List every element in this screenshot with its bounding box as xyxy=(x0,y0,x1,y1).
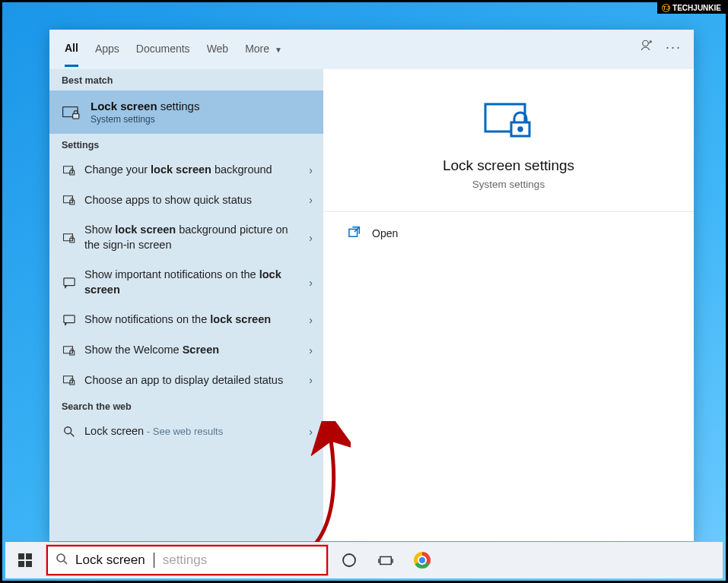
task-view-button[interactable] xyxy=(370,553,401,568)
search-icon xyxy=(56,553,68,568)
svg-rect-26 xyxy=(380,556,392,564)
section-web: Search the web xyxy=(49,395,323,417)
svg-point-15 xyxy=(65,427,72,434)
lock-screen-icon xyxy=(62,105,81,120)
action-open-label: Open xyxy=(372,227,398,239)
text-cursor xyxy=(154,553,154,568)
settings-row-text: Choose apps to show quick status xyxy=(84,193,301,208)
svg-rect-23 xyxy=(26,561,32,567)
chevron-right-icon: › xyxy=(309,164,313,176)
search-suggestion-ghost: settings xyxy=(163,553,208,568)
preview-header: Lock screen settings System settings xyxy=(323,69,694,212)
settings-row-icon xyxy=(62,164,77,176)
tab-more[interactable]: More ▼ xyxy=(245,43,282,65)
tab-apps[interactable]: Apps xyxy=(95,43,119,65)
settings-row-text: Change your lock screen background xyxy=(84,163,301,178)
settings-results-list: Change your lock screen background›Choos… xyxy=(49,155,323,395)
search-icon xyxy=(62,426,77,438)
cortana-button[interactable] xyxy=(334,553,364,568)
settings-result-row[interactable]: Change your lock screen background› xyxy=(49,155,323,185)
search-flyout: All Apps Documents Web More ▼ ··· Best m… xyxy=(49,30,694,541)
web-results-list: Lock screen - See web results› xyxy=(49,417,323,447)
settings-row-text: Show notifications on the lock screen xyxy=(84,312,301,328)
chevron-down-icon: ▼ xyxy=(275,46,282,54)
start-button[interactable] xyxy=(10,545,40,575)
open-icon xyxy=(348,226,361,240)
best-match-result[interactable]: Lock screen settings System settings xyxy=(49,90,323,134)
chevron-right-icon: › xyxy=(309,232,313,244)
settings-row-text: Show important notifications on the lock… xyxy=(84,268,301,297)
settings-row-icon xyxy=(62,344,77,356)
lock-screen-large-icon xyxy=(482,100,536,142)
tab-web[interactable]: Web xyxy=(207,43,229,65)
preview-subtitle: System settings xyxy=(472,179,545,190)
settings-result-row[interactable]: Show the Welcome Screen› xyxy=(49,335,323,366)
tab-documents[interactable]: Documents xyxy=(136,43,190,65)
settings-row-text: Show the Welcome Screen xyxy=(84,343,301,358)
chevron-right-icon: › xyxy=(309,314,313,326)
tab-more-label: More xyxy=(245,43,269,55)
settings-row-icon xyxy=(62,277,77,289)
chevron-right-icon: › xyxy=(309,344,313,356)
chrome-icon xyxy=(414,552,431,569)
more-options-icon[interactable]: ··· xyxy=(666,40,682,55)
settings-row-text: Choose an app to display detailed status xyxy=(84,373,301,388)
techjunkie-logo-icon: TJ xyxy=(662,4,670,12)
chrome-taskbar-icon[interactable] xyxy=(407,552,437,569)
svg-rect-2 xyxy=(73,113,79,119)
watermark: TJ TECHJUNKIE xyxy=(657,2,726,14)
chevron-right-icon: › xyxy=(309,426,313,438)
svg-rect-21 xyxy=(26,553,32,559)
settings-result-row[interactable]: Show notifications on the lock screen› xyxy=(49,305,323,335)
svg-point-24 xyxy=(57,554,65,562)
web-row-text: Lock screen - See web results xyxy=(84,424,301,439)
chevron-right-icon: › xyxy=(309,374,313,386)
settings-row-icon xyxy=(62,194,77,206)
svg-rect-22 xyxy=(18,561,24,567)
settings-row-icon xyxy=(62,314,77,326)
settings-row-text: Show lock screen background picture on t… xyxy=(84,223,301,252)
taskbar-search-input[interactable]: Lock screen settings xyxy=(46,545,328,575)
section-best-match: Best match xyxy=(49,69,323,90)
svg-point-18 xyxy=(518,128,521,131)
settings-row-icon xyxy=(62,374,77,386)
best-match-title: Lock screen settings xyxy=(91,100,199,112)
best-match-subtitle: System settings xyxy=(91,114,199,125)
feedback-icon[interactable] xyxy=(640,39,653,55)
taskbar: Lock screen settings xyxy=(5,542,723,578)
action-open[interactable]: Open xyxy=(323,212,694,254)
svg-rect-10 xyxy=(64,315,75,323)
settings-result-row[interactable]: Choose an app to display detailed status… xyxy=(49,366,323,396)
settings-result-row[interactable]: Show lock screen background picture on t… xyxy=(49,215,323,260)
watermark-text: TECHJUNKIE xyxy=(672,4,721,12)
tab-all[interactable]: All xyxy=(65,42,78,67)
chevron-right-icon: › xyxy=(309,194,313,206)
preview-title: Lock screen settings xyxy=(443,157,574,174)
settings-row-icon xyxy=(62,232,77,244)
chevron-right-icon: › xyxy=(309,277,313,289)
settings-result-row[interactable]: Choose apps to show quick status› xyxy=(49,185,323,216)
svg-point-0 xyxy=(643,40,649,46)
settings-result-row[interactable]: Show important notifications on the lock… xyxy=(49,260,323,305)
svg-rect-20 xyxy=(18,553,24,559)
search-typed-text: Lock screen xyxy=(75,553,145,568)
svg-point-25 xyxy=(343,554,355,566)
svg-rect-9 xyxy=(64,278,75,286)
web-result-row[interactable]: Lock screen - See web results› xyxy=(49,417,323,447)
section-settings: Settings xyxy=(49,134,323,155)
